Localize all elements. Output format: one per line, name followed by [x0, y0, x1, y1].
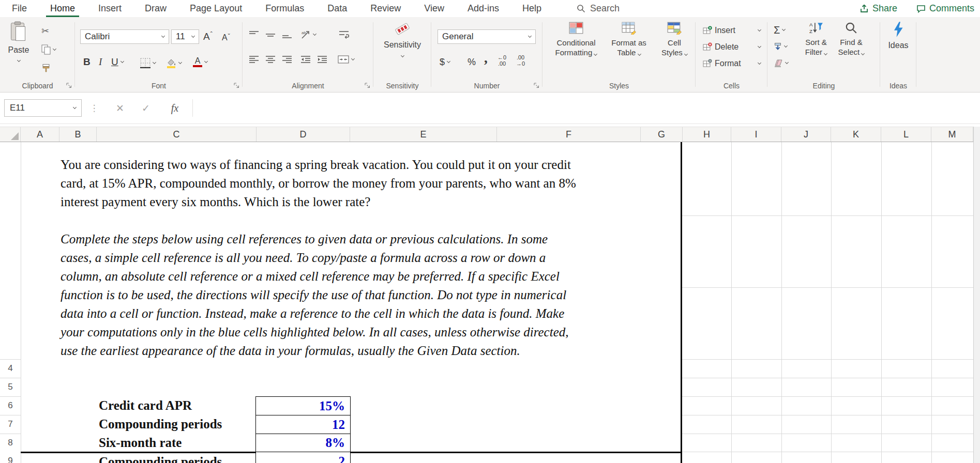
- format-painter-button[interactable]: [41, 61, 51, 75]
- percent-style-button[interactable]: %: [468, 54, 476, 70]
- borders-button[interactable]: [140, 55, 156, 71]
- italic-button[interactable]: I: [99, 54, 102, 70]
- fill-color-button[interactable]: [166, 55, 182, 71]
- row-header-5[interactable]: 5: [0, 378, 21, 396]
- increase-decimal-button[interactable]: ←0.00: [497, 54, 506, 67]
- menu-draw[interactable]: Draw: [145, 0, 167, 17]
- copy-button[interactable]: [41, 43, 56, 56]
- sort-filter-button[interactable]: A Z Sort & Filter: [800, 21, 833, 79]
- align-bottom-button[interactable]: [282, 30, 292, 39]
- given-data-cell-d9[interactable]: 2: [255, 452, 351, 463]
- column-header-k[interactable]: K: [831, 127, 881, 142]
- given-data-cell-d8[interactable]: 8%: [255, 434, 351, 452]
- row-header-6[interactable]: 6: [0, 396, 21, 415]
- clipboard-dialog-launcher[interactable]: [66, 82, 72, 88]
- align-center-button[interactable]: [265, 55, 276, 64]
- search-box[interactable]: Search: [577, 0, 620, 17]
- menu-insert[interactable]: Insert: [98, 0, 122, 17]
- row-header-4[interactable]: 4: [0, 359, 21, 378]
- name-box[interactable]: E11: [4, 99, 82, 117]
- row-header-8[interactable]: 8: [0, 434, 21, 452]
- font-size-combo[interactable]: 11: [171, 29, 199, 44]
- menu-formulas[interactable]: Formulas: [265, 0, 304, 17]
- alignment-dialog-launcher[interactable]: [364, 82, 371, 88]
- align-right-icon: [282, 55, 292, 64]
- vertical-scrollbar[interactable]: [973, 127, 980, 463]
- column-header-a[interactable]: A: [21, 127, 59, 142]
- menu-view[interactable]: View: [424, 0, 444, 17]
- increase-font-size-button[interactable]: Aˆ: [203, 29, 213, 44]
- menu-file[interactable]: File: [12, 0, 27, 17]
- merge-center-button[interactable]: [338, 55, 354, 64]
- decrease-indent-button[interactable]: [300, 55, 311, 64]
- font-dialog-launcher[interactable]: [233, 82, 240, 88]
- font-family-combo[interactable]: Calibri: [80, 29, 169, 44]
- cell-styles-button[interactable]: Cell Styles: [655, 21, 693, 79]
- align-right-button[interactable]: [282, 55, 292, 64]
- column-header-g[interactable]: G: [641, 127, 683, 142]
- orientation-button[interactable]: ab: [300, 29, 316, 40]
- menu-home[interactable]: Home: [50, 0, 75, 17]
- column-header-e[interactable]: E: [350, 127, 497, 142]
- number-dialog-launcher[interactable]: [533, 82, 540, 88]
- menu-page-layout[interactable]: Page Layout: [190, 0, 242, 17]
- share-button[interactable]: Share: [860, 0, 897, 17]
- ideas-button[interactable]: Ideas: [880, 21, 916, 79]
- formula-input[interactable]: [192, 99, 980, 117]
- format-as-table-button[interactable]: Format as Table: [604, 21, 654, 79]
- align-left-button[interactable]: [249, 55, 259, 64]
- find-select-button[interactable]: Find & Select: [834, 21, 869, 79]
- enter-button[interactable]: ✓: [135, 99, 156, 117]
- column-header-h[interactable]: H: [683, 127, 731, 142]
- formula-bar-splitter[interactable]: ⋮: [89, 99, 99, 117]
- autosum-button[interactable]: Σ: [774, 23, 785, 37]
- row-header-9[interactable]: 9: [0, 452, 21, 463]
- underline-button[interactable]: U: [111, 54, 124, 70]
- paste-button[interactable]: Paste: [3, 20, 34, 79]
- comments-button[interactable]: Comments: [916, 0, 974, 17]
- font-color-button[interactable]: A: [193, 54, 207, 70]
- increase-indent-button[interactable]: [317, 55, 327, 64]
- select-all-corner[interactable]: [0, 127, 21, 142]
- splitter-dots-icon: ⋮: [90, 103, 99, 114]
- number-format-combo[interactable]: General: [438, 29, 536, 44]
- delete-cells-button[interactable]: Delete: [703, 40, 761, 54]
- align-top-button[interactable]: [249, 30, 259, 39]
- column-header-b[interactable]: B: [59, 127, 97, 142]
- column-header-c[interactable]: C: [97, 127, 257, 142]
- comments-label: Comments: [929, 3, 974, 14]
- cut-button[interactable]: ✂: [41, 24, 49, 38]
- menu-add-ins[interactable]: Add-ins: [468, 0, 499, 17]
- conditional-formatting-button[interactable]: Conditional Formatting: [550, 21, 602, 79]
- given-data-cell-d6[interactable]: 15%: [255, 396, 351, 415]
- cell-styles-label-2: Styles: [661, 48, 687, 57]
- conditional-formatting-label-2: Formatting: [555, 48, 597, 57]
- decrease-decimal-button[interactable]: .00→0: [516, 54, 525, 67]
- column-header-d[interactable]: D: [257, 127, 350, 142]
- accounting-format-button[interactable]: $: [440, 54, 450, 70]
- fill-button[interactable]: [774, 40, 787, 53]
- clear-button[interactable]: [774, 56, 788, 70]
- align-middle-button[interactable]: [265, 30, 276, 39]
- insert-function-button[interactable]: fx: [163, 99, 186, 117]
- column-header-i[interactable]: I: [731, 127, 781, 142]
- comma-style-button[interactable]: ,: [484, 50, 488, 66]
- column-header-j[interactable]: J: [781, 127, 831, 142]
- menu-help[interactable]: Help: [522, 0, 541, 17]
- decrease-font-size-button[interactable]: Aˇ: [222, 30, 230, 45]
- formula-bar: E11 ⋮ ✕ ✓ fx: [0, 92, 980, 127]
- wrap-text-button[interactable]: [339, 30, 349, 39]
- menu-data[interactable]: Data: [327, 0, 347, 17]
- insert-cells-button[interactable]: Insert: [703, 23, 761, 38]
- row-header-7[interactable]: 7: [0, 415, 21, 434]
- bold-button[interactable]: B: [83, 54, 91, 70]
- column-header-f[interactable]: F: [497, 127, 641, 142]
- column-header-l[interactable]: L: [881, 127, 931, 142]
- cancel-button[interactable]: ✕: [110, 99, 130, 117]
- menu-review[interactable]: Review: [370, 0, 401, 17]
- given-data-cell-d7[interactable]: 12: [255, 415, 351, 434]
- sensitivity-button[interactable]: Sensitivity: [373, 21, 431, 79]
- worksheet-grid[interactable]: 4 5 6 7 8 9 You are considering two ways…: [0, 142, 980, 463]
- format-cells-button[interactable]: Format: [703, 56, 761, 71]
- column-header-m[interactable]: M: [931, 127, 973, 142]
